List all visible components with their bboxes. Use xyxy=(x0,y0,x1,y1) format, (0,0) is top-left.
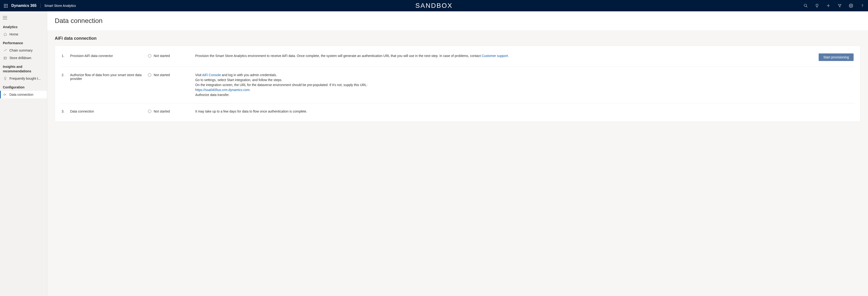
status-text: Not started xyxy=(154,54,170,58)
step-number: 1. xyxy=(62,53,70,58)
sidebar: Analytics Home Performance Chain summary… xyxy=(0,11,47,296)
brand-name[interactable]: Dynamics 365 xyxy=(11,4,40,8)
section-heading: AiFi data connection xyxy=(55,36,861,41)
app-launcher-waffle[interactable] xyxy=(0,0,11,11)
settings-button[interactable] xyxy=(845,0,857,11)
step-description: It may take up to a few days for data to… xyxy=(195,109,813,114)
step-status: Not started xyxy=(148,53,195,58)
status-circle-icon xyxy=(148,54,151,57)
sidebar-section-configuration: Configuration xyxy=(0,82,47,91)
status-text: Not started xyxy=(154,109,170,113)
gear-icon xyxy=(849,4,853,8)
step-title: Data connection xyxy=(70,109,148,113)
app-name[interactable]: Smart Store Analytics xyxy=(40,4,76,7)
svg-rect-9 xyxy=(4,57,7,59)
svg-line-1 xyxy=(806,6,807,7)
home-icon xyxy=(3,32,7,36)
sidebar-item-label: Home xyxy=(9,32,18,36)
start-provisioning-button[interactable]: Start provisioning xyxy=(819,53,854,61)
lightbulb-icon xyxy=(3,77,7,80)
step-row-2: 2. Authorize flow of data from your smar… xyxy=(55,67,860,103)
svg-point-0 xyxy=(804,4,807,7)
status-circle-icon xyxy=(148,110,151,113)
step-number: 2. xyxy=(62,73,70,77)
help-button[interactable] xyxy=(857,0,868,11)
sidebar-item-label: Data connection xyxy=(9,93,33,97)
sidebar-item-label: Store drilldown xyxy=(9,56,31,60)
svg-rect-12 xyxy=(4,94,5,96)
content-area: AiFi data connection 1. Provision AiFi d… xyxy=(47,30,868,296)
connection-icon xyxy=(3,93,7,97)
store-icon xyxy=(3,56,7,60)
environment-badge: SANDBOX xyxy=(415,2,453,9)
step-status: Not started xyxy=(148,73,195,77)
page-title: Data connection xyxy=(47,11,868,30)
sidebar-toggle[interactable] xyxy=(0,14,47,22)
sidebar-item-store-drilldown[interactable]: Store drilldown xyxy=(0,54,47,62)
step-row-3: 3. Data connection Not started It may ta… xyxy=(55,103,860,119)
svg-point-4 xyxy=(850,5,852,6)
sidebar-section-analytics: Analytics xyxy=(0,22,47,30)
waffle-icon xyxy=(4,4,7,7)
step-row-1: 1. Provision AiFi data connector Not sta… xyxy=(55,48,860,67)
sidebar-item-home[interactable]: Home xyxy=(0,30,47,38)
status-text: Not started xyxy=(154,73,170,77)
main-content: Data connection AiFi data connection 1. … xyxy=(47,11,868,296)
aifi-console-link[interactable]: AiFi Console xyxy=(202,73,221,77)
steps-card: 1. Provision AiFi data connector Not sta… xyxy=(55,46,861,122)
sidebar-item-label: Frequently bought t... xyxy=(9,77,40,80)
app-header: Dynamics 365 Smart Store Analytics SANDB… xyxy=(0,0,868,11)
lightbulb-icon xyxy=(815,4,819,8)
hamburger-icon xyxy=(3,16,7,19)
add-button[interactable] xyxy=(823,0,834,11)
step-description: Visit AiFi Console and log in with you a… xyxy=(195,73,813,98)
sidebar-item-frequently-bought[interactable]: Frequently bought t... xyxy=(0,75,47,82)
filter-button[interactable] xyxy=(834,0,845,11)
sidebar-item-data-connection[interactable]: Data connection xyxy=(0,91,47,98)
step-number: 3. xyxy=(62,109,70,113)
header-actions xyxy=(800,0,868,11)
chart-line-icon xyxy=(3,49,7,52)
question-icon xyxy=(860,4,864,8)
step-title: Provision AiFi data connector xyxy=(70,53,148,58)
sidebar-item-chain-summary[interactable]: Chain summary xyxy=(0,47,47,54)
sidebar-section-insights: Insights and recommendations xyxy=(0,62,47,75)
dataverse-url-link[interactable]: https://ssa0405us.crm.dynamics.com. xyxy=(195,88,250,92)
idea-button[interactable] xyxy=(811,0,823,11)
search-icon xyxy=(804,4,808,8)
step-status: Not started xyxy=(148,109,195,113)
sidebar-item-label: Chain summary xyxy=(9,49,33,52)
step-title: Authorize flow of data from your smart s… xyxy=(70,73,148,81)
step-description: Provision the Smart Store Analytics envi… xyxy=(195,53,813,58)
plus-icon xyxy=(826,4,831,8)
status-circle-icon xyxy=(148,73,151,77)
search-button[interactable] xyxy=(800,0,811,11)
sidebar-section-performance: Performance xyxy=(0,38,47,47)
customer-support-link[interactable]: Customer support. xyxy=(482,54,509,58)
filter-icon xyxy=(838,4,842,8)
